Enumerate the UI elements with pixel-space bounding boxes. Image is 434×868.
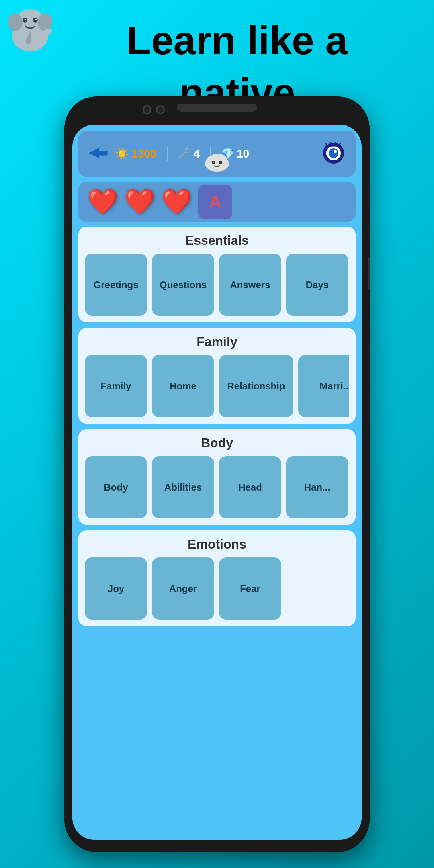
phone-notch [177,104,257,112]
svg-point-7 [35,19,37,20]
screen-content: ☀️ 1300 🗝️ 4 💎 10 [72,125,362,840]
stat-divider-1 [167,147,168,161]
category-item-answers[interactable]: Answers [219,254,281,316]
category-item-hands[interactable]: Han... [286,456,348,518]
xp-stat: ☀️ 1300 [115,147,156,160]
category-item-abilities[interactable]: Abilities [152,456,214,518]
hearts-bar: ❤️ ❤️ ❤️ A [78,182,356,222]
category-item-relationship[interactable]: Relationship [219,355,293,417]
essentials-title: Essentials [85,233,349,248]
category-item-body[interactable]: Body [85,456,147,518]
body-items: Body Abilities Head Han... [85,456,349,518]
sun-icon: ☀️ [115,147,129,160]
body-title: Body [85,436,349,450]
phone-camera-left [143,105,151,114]
emotions-title: Emotions [85,537,349,552]
category-item-family[interactable]: Family [85,355,147,417]
svg-point-12 [334,150,337,153]
phone-camera-right [156,105,165,114]
xp-value: 1300 [131,147,156,160]
family-section: Family Family Home Relationship Marri... [78,328,356,424]
svg-point-23 [213,162,215,163]
category-item-home[interactable]: Home [152,355,214,417]
emotions-section: Emotions Joy Anger Fear [78,530,356,626]
category-item-head[interactable]: Head [219,456,281,518]
body-section: Body Body Abilities Head Han... [78,429,356,525]
category-item-anger[interactable]: Anger [152,557,214,620]
category-item-joy[interactable]: Joy [85,557,147,620]
keys-stat: 🗝️ 4 [178,147,200,160]
family-items: Family Home Relationship Marri... [85,355,349,417]
family-title: Family [85,334,349,349]
gems-value: 10 [237,147,249,160]
keys-value: 4 [193,147,200,160]
essentials-items: Greetings Questions Answers Days [85,254,349,316]
svg-point-2 [8,13,23,31]
svg-line-13 [326,143,327,146]
svg-point-24 [221,162,222,163]
category-item-fear[interactable]: Fear [219,557,281,620]
phone-screen: ☀️ 1300 🗝️ 4 💎 10 [72,125,362,840]
side-button[interactable] [368,257,370,289]
streak-icon [87,146,109,162]
svg-line-16 [339,143,340,145]
category-item-days[interactable]: Days [286,254,348,316]
key-icon: 🗝️ [178,147,191,160]
alphabet-button[interactable]: A [198,185,232,219]
heart-1: ❤️ [87,187,118,216]
svg-point-3 [38,13,52,31]
category-item-marriage[interactable]: Marri... [298,355,349,417]
cloud-mascot [203,149,231,173]
category-item-questions[interactable]: Questions [152,254,214,316]
essentials-section: Essentials Greetings Questions Answers D… [78,227,356,322]
emotions-items: Joy Anger Fear [85,557,349,620]
svg-point-6 [25,19,26,20]
stats-bar: ☀️ 1300 🗝️ 4 💎 10 [78,131,356,177]
category-item-greetings[interactable]: Greetings [85,254,147,316]
mascot-elephant [4,4,56,56]
hero-title-line1: Learn like a [127,18,348,62]
phone-frame: ☀️ 1300 🗝️ 4 💎 10 [64,96,370,852]
heart-2: ❤️ [124,187,155,216]
svg-point-11 [329,148,338,158]
profile-eye-icon[interactable] [321,142,347,166]
heart-3: ❤️ [161,187,192,216]
